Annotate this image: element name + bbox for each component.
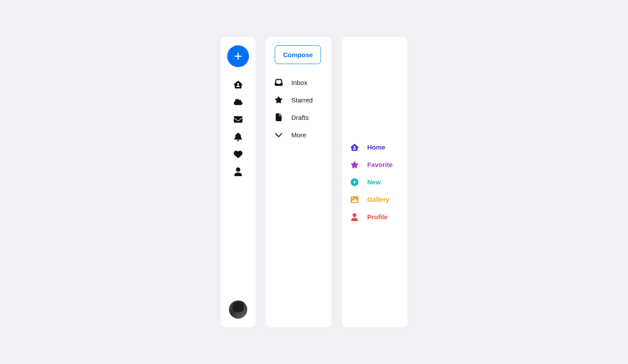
envelope-icon [234, 115, 242, 124]
nav-item-starred[interactable]: Starred [275, 91, 323, 109]
add-button[interactable] [227, 45, 249, 67]
home-icon [351, 143, 358, 151]
heart-icon [234, 150, 242, 159]
nav-item-label: Starred [291, 96, 313, 104]
image-icon [351, 196, 358, 204]
sidebar-item-home[interactable] [229, 76, 247, 93]
user-icon [234, 167, 242, 176]
chevron-down-icon [275, 131, 283, 139]
nav-item-label: Drafts [291, 114, 309, 121]
color-item-home[interactable]: Home [351, 139, 399, 156]
color-item-label: New [367, 178, 381, 186]
color-nav-list: Home Favorite New Gallery [351, 139, 399, 226]
panels-container: Compose Inbox Starred Drafts [221, 37, 407, 327]
nav-item-drafts[interactable]: Drafts [275, 109, 323, 126]
sidebar-color-panel: Home Favorite New Gallery [342, 37, 407, 327]
sidebar-icons-panel [221, 37, 256, 327]
plus-icon [234, 52, 242, 61]
plus-circle-icon [351, 178, 358, 186]
color-item-new[interactable]: New [351, 173, 399, 191]
sidebar-item-cloud[interactable] [229, 93, 247, 111]
color-item-label: Gallery [367, 196, 389, 203]
inbox-icon [275, 78, 283, 86]
sidebar-item-mail[interactable] [229, 111, 247, 128]
color-item-favorite[interactable]: Favorite [351, 156, 399, 173]
sidebar-mail-panel: Compose Inbox Starred Drafts [266, 37, 331, 327]
nav-item-label: Inbox [291, 79, 307, 86]
sidebar-item-profile[interactable] [229, 163, 247, 180]
color-item-profile[interactable]: Profile [351, 208, 399, 226]
color-item-label: Home [367, 143, 386, 151]
file-icon [275, 113, 283, 121]
avatar-wrap [229, 300, 247, 319]
compose-button[interactable]: Compose [275, 45, 321, 64]
nav-item-label: More [291, 131, 306, 139]
nav-item-inbox[interactable]: Inbox [275, 74, 323, 91]
sidebar-item-notifications[interactable] [229, 128, 247, 146]
user-icon [351, 213, 358, 221]
star-icon [275, 96, 283, 104]
bell-icon [234, 133, 242, 141]
sidebar-icon-list [229, 76, 247, 180]
star-icon [351, 161, 358, 169]
mail-nav-list: Inbox Starred Drafts More [275, 74, 323, 143]
user-avatar[interactable] [229, 300, 247, 319]
color-item-gallery[interactable]: Gallery [351, 191, 399, 208]
nav-item-more[interactable]: More [275, 126, 323, 143]
cloud-icon [234, 98, 242, 106]
color-item-label: Profile [367, 213, 388, 221]
sidebar-item-favorites[interactable] [229, 146, 247, 163]
color-item-label: Favorite [367, 161, 392, 168]
home-icon [234, 80, 242, 89]
